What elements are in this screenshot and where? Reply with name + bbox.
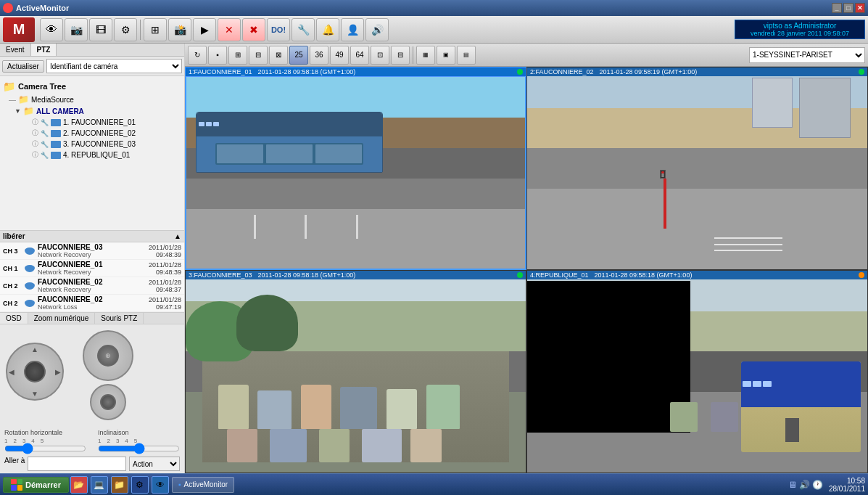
- cam-status-dot-4: [859, 272, 864, 278]
- event-camera-1: FAUCONNIERE_01: [38, 261, 131, 269]
- view-single-btn[interactable]: ▪: [208, 46, 227, 65]
- camera-item-1[interactable]: ⓘ 🔧 1. FAUCONNIERE_01: [20, 117, 181, 128]
- toolbar-audio-button[interactable]: 🔊: [365, 18, 389, 41]
- car-8: [270, 429, 307, 462]
- slider-area: Rotation horizontale 12345 Inclinaison 1…: [0, 426, 184, 454]
- toolbar-snapshot-button[interactable]: 📸: [168, 18, 191, 41]
- toolbar-view-button[interactable]: 👁: [40, 18, 63, 41]
- camera-item-3[interactable]: ⓘ 🔧 3. FAUCONNIERE_03: [20, 139, 181, 150]
- camera-cell-4[interactable]: 4:REPUBLIQUE_01 2011-01-28 09:58:18 (GMT…: [526, 270, 868, 473]
- camera-tree-header: 📁 Camera Tree: [3, 79, 181, 94]
- crosswalk-3: [714, 250, 782, 251]
- sidebar-tabs: Event PTZ: [0, 44, 184, 57]
- toolbar-delete-button[interactable]: ✖: [242, 18, 265, 41]
- ptz-tabs: OSD Zoom numérique Souris PTZ: [0, 313, 184, 324]
- toolbar-stop-button[interactable]: ✕: [218, 18, 241, 41]
- ptz-tab-zoom[interactable]: Zoom numérique: [28, 313, 96, 324]
- taskbar-icon-4[interactable]: ⚙: [131, 476, 149, 494]
- focus-control[interactable]: [90, 384, 126, 420]
- maximize-button[interactable]: □: [843, 3, 853, 13]
- rotation-slider[interactable]: [4, 446, 86, 451]
- view-25-btn[interactable]: 25: [289, 46, 308, 65]
- view-layout1-btn[interactable]: ▦: [416, 46, 435, 65]
- app-icon: M: [3, 17, 35, 42]
- camera-cell-3[interactable]: 3:FAUCONNIERE_03 2011-01-28 09:58:18 (GM…: [185, 270, 526, 473]
- ptz-area: OSD Zoom numérique Souris PTZ ▲ ▼ ◀ ▶: [0, 312, 184, 473]
- action-select[interactable]: Action: [129, 457, 180, 471]
- close-button[interactable]: ✕: [855, 3, 865, 13]
- dir-down[interactable]: ▼: [31, 390, 38, 398]
- camera-id-select[interactable]: Identifiant de caméra: [46, 59, 182, 73]
- cam-timestamp-1: 2011-01-28 09:58:18 (GMT+1:00): [258, 68, 356, 75]
- building-1: [799, 78, 850, 138]
- ptz-tab-mouse[interactable]: Souris PTZ: [95, 313, 144, 324]
- taskbar-icon-2[interactable]: 💻: [91, 476, 108, 494]
- site-selector[interactable]: 1-SEYSSINET-PARISET: [749, 47, 865, 63]
- ptz-tab-osd[interactable]: OSD: [0, 313, 28, 324]
- view-3x3-btn[interactable]: ⊟: [249, 46, 268, 65]
- event-row-3[interactable]: CH 2 FAUCONNIERE_02 Network Loss 2011/01…: [0, 295, 184, 312]
- view-4x4-btn[interactable]: ⊠: [269, 46, 288, 65]
- inclination-slider[interactable]: [98, 446, 180, 451]
- cam-label-3: 3:FAUCONNIERE_03: [189, 271, 252, 279]
- events-expand-icon[interactable]: ▲: [174, 232, 181, 240]
- taskbar-icon-3[interactable]: 📁: [111, 476, 128, 494]
- camera-item-4[interactable]: ⓘ 🔧 4. REPUBLIQUE_01: [20, 150, 181, 160]
- toolbar-camera-button[interactable]: 📷: [65, 18, 88, 41]
- sidebar-tab-event[interactable]: Event: [0, 44, 31, 56]
- date-display: vendredi 28 janvier 2011 09:58:07: [741, 30, 859, 37]
- zoom-wheel[interactable]: ⊕: [83, 330, 133, 381]
- toolbar-playback-button[interactable]: ▶: [193, 18, 216, 41]
- car-2: [257, 390, 291, 430]
- joystick[interactable]: ▲ ▼ ◀ ▶: [6, 343, 64, 401]
- view-multi1-btn[interactable]: ⊡: [371, 46, 389, 65]
- parking-ground: [202, 351, 508, 462]
- camera-cell-2[interactable]: 2:FAUCONNIERE_02 2011-01-28 09:58:19 (GM…: [526, 67, 868, 270]
- event-row-1[interactable]: CH 1 FAUCONNIERE_01 Network Recovery 201…: [0, 260, 184, 277]
- view-36-btn[interactable]: 36: [310, 46, 328, 65]
- event-row-0[interactable]: CH 3 FAUCONNIERE_03 Network Recovery 201…: [0, 242, 184, 260]
- toolbar-alarm-button[interactable]: 🔔: [316, 18, 339, 41]
- camera-item-2[interactable]: ⓘ 🔧 2. FAUCONNIERE_02: [20, 128, 181, 139]
- toolbar-layout-button[interactable]: ⊞: [144, 18, 167, 41]
- joystick-knob[interactable]: [24, 361, 46, 382]
- toolbar-user-button[interactable]: 👤: [341, 18, 364, 41]
- toolbar-config-button[interactable]: 🔧: [292, 18, 315, 41]
- all-cameras-folder[interactable]: ▼ 📁 ALL CAMERA: [15, 105, 181, 117]
- event-ch-2: CH 2: [3, 282, 25, 290]
- camera-cell-1[interactable]: 1:FAUCONNIERE_01 2011-01-28 09:58:18 (GM…: [185, 67, 526, 270]
- dir-right[interactable]: ▶: [55, 368, 61, 376]
- view-refresh-btn[interactable]: ↻: [188, 46, 207, 65]
- dir-left[interactable]: ◀: [9, 368, 15, 376]
- view-2x2-btn[interactable]: ⊞: [228, 46, 247, 65]
- sidebar-tab-ptz[interactable]: PTZ: [31, 44, 57, 56]
- tray-sound-icon: 🔊: [799, 480, 810, 490]
- datetime-display: viptso as Administrator vendredi 28 janv…: [735, 20, 865, 39]
- taskbar-icon-5[interactable]: 👁: [152, 476, 169, 494]
- goto-label: Aller à: [4, 457, 25, 471]
- event-time-0: 2011/01/28 09:48:39: [131, 244, 181, 258]
- view-multi2-btn[interactable]: ⊟: [391, 46, 410, 65]
- event-row-2[interactable]: CH 2 FAUCONNIERE_02 Network Recovery 201…: [0, 277, 184, 295]
- event-eye-icon-0: [25, 248, 35, 255]
- view-layout2-btn[interactable]: ▣: [437, 46, 455, 65]
- media-source-item[interactable]: — 📁 MediaSource: [9, 94, 181, 105]
- toolbar-do-button[interactable]: DO!: [267, 18, 290, 41]
- toolbar-record-button[interactable]: 🎞: [89, 18, 112, 41]
- taskbar-active-app[interactable]: ▪ ActiveMonitor: [172, 477, 234, 493]
- taskbar-icon-1[interactable]: 📂: [70, 476, 88, 494]
- refresh-button[interactable]: Actualiser: [2, 60, 44, 73]
- toolbar-settings-button[interactable]: ⚙: [114, 18, 137, 41]
- media-source-group: — 📁 MediaSource ▼ 📁 ALL CAMERA ⓘ 🔧: [3, 94, 181, 160]
- camera-grid: 1:FAUCONNIERE_01 2011-01-28 09:58:18 (GM…: [185, 67, 868, 473]
- dir-up[interactable]: ▲: [31, 345, 38, 353]
- view-64-btn[interactable]: 64: [350, 46, 369, 65]
- clock-time: 10:58: [829, 477, 865, 485]
- car-9: [319, 429, 350, 462]
- view-layout3-btn[interactable]: ▤: [457, 46, 476, 65]
- start-button[interactable]: Démarrer: [3, 477, 69, 493]
- view-49-btn[interactable]: 49: [330, 46, 349, 65]
- event-status-2: Network Recovery: [38, 286, 131, 293]
- minimize-button[interactable]: _: [832, 3, 842, 13]
- goto-input[interactable]: [28, 457, 126, 471]
